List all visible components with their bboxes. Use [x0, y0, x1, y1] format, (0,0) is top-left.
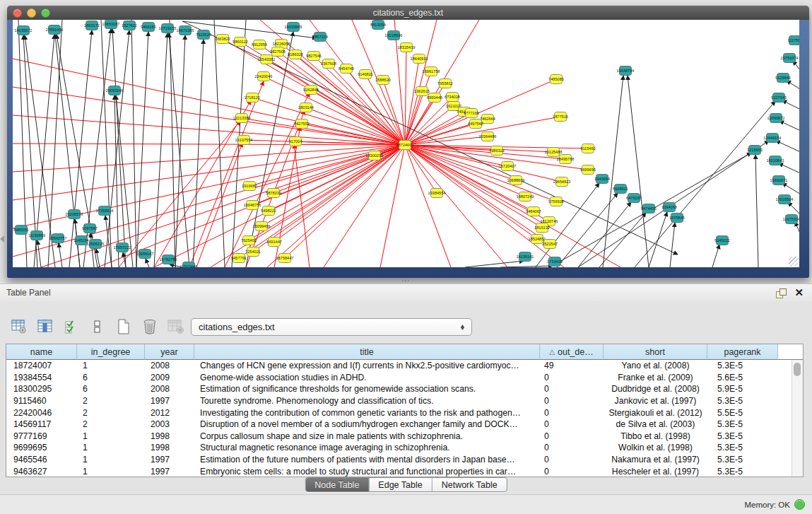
graph-node[interactable]: 19654923 [553, 177, 571, 187]
graph-node[interactable]: 20364486 [479, 132, 497, 141]
graph-node[interactable]: 8938921 [613, 185, 628, 194]
graph-node[interactable]: 10688609 [507, 176, 525, 185]
graph-node[interactable]: 16758447 [276, 254, 294, 263]
graph-node[interactable]: 6497568 [468, 119, 483, 129]
table-row[interactable]: 1456911722003Disruption of a novel membe… [6, 419, 803, 431]
graph-node[interactable]: 19384554 [428, 189, 446, 198]
table-mode-icon[interactable] [10, 317, 28, 336]
graph-node[interactable]: 12942757 [49, 234, 67, 243]
table-scrollbar-thumb[interactable] [794, 363, 801, 376]
graph-node[interactable]: 27691406 [46, 25, 64, 35]
graph-node[interactable]: 9227343 [771, 93, 787, 103]
column-header-in_degree[interactable]: in_degree [77, 344, 145, 360]
graph-node[interactable]: 917004 [289, 137, 302, 146]
graph-node[interactable]: 2718120 [245, 93, 260, 103]
graph-node[interactable]: 2803144 [298, 103, 314, 112]
close-window-button[interactable] [13, 8, 22, 18]
graph-node[interactable]: 13505135 [87, 240, 105, 249]
graph-node[interactable]: 16543382 [258, 55, 276, 64]
graph-node[interactable]: 15692971 [770, 176, 788, 185]
splitter-handle-icon[interactable] [401, 279, 410, 283]
graph-node[interactable]: 20053346 [106, 86, 124, 95]
horizontal-splitter[interactable] [0, 278, 812, 284]
graph-node[interactable]: 16033809 [285, 23, 302, 32]
graph-node[interactable]: 7955812 [437, 79, 453, 88]
float-panel-icon[interactable] [776, 288, 786, 298]
graph-node[interactable]: 1877516 [553, 112, 568, 122]
graph-node[interactable]: 8454749 [339, 64, 354, 74]
graph-node[interactable]: 8813054 [370, 21, 386, 30]
graph-node[interactable]: 17957222 [114, 243, 131, 252]
graph-node[interactable]: 9115460 [580, 144, 595, 153]
graph-node[interactable]: 5498222 [261, 206, 276, 216]
graph-node[interactable]: 12444154 [764, 134, 782, 143]
graph-node[interactable]: 9466160 [141, 23, 156, 32]
graph-node[interactable]: 17016504 [776, 195, 794, 204]
graph-node[interactable]: 1916682 [242, 182, 257, 191]
graph-node[interactable]: 9699695 [580, 165, 596, 175]
graph-node[interactable]: 9484067 [526, 207, 541, 216]
graph-node[interactable]: 14136141 [517, 252, 534, 262]
graph-node[interactable]: 18300295 [366, 151, 384, 160]
graph-node[interactable]: 20206576 [66, 210, 83, 219]
graph-node[interactable]: 3215953 [747, 146, 763, 155]
table-row[interactable]: 946362711997Embryonic stem cells: a mode… [6, 465, 803, 477]
graph-node[interactable]: 18724007 [396, 141, 414, 150]
graph-node[interactable]: 14035572 [15, 26, 33, 35]
tab-network-table[interactable]: Network Table [433, 478, 507, 491]
graph-node[interactable]: 12093872 [767, 114, 785, 123]
table-row[interactable]: 1830029562008Estimation of significance … [6, 383, 803, 395]
graph-node[interactable]: 1117509 [788, 36, 799, 45]
graph-node[interactable]: 7515526 [196, 30, 211, 40]
graph-node[interactable]: 7857224 [312, 33, 328, 42]
table-selector-dropdown[interactable]: citations_edges.txt ▲▼ [191, 318, 472, 336]
graph-node[interactable]: 9777169 [464, 109, 479, 118]
graph-node[interactable]: 9129946 [775, 74, 791, 83]
graph-node[interactable]: 9756928 [548, 197, 564, 206]
graph-node[interactable]: 16648794 [617, 66, 635, 76]
graph-node[interactable]: 2693172 [84, 21, 100, 30]
column-header-name[interactable]: name [6, 344, 77, 360]
table-row[interactable]: 2242004622012Investigating the contribut… [6, 407, 803, 419]
column-header-year[interactable]: year [145, 344, 194, 360]
graph-node[interactable]: 15720407 [499, 162, 517, 171]
hide-panel-arrow-icon[interactable] [0, 235, 4, 243]
graph-node[interactable]: 7254021 [245, 247, 261, 257]
table-row[interactable]: 1938455462009Genome-wide association stu… [6, 372, 803, 384]
graph-node[interactable]: 9242848 [303, 86, 319, 95]
new-document-icon[interactable] [114, 317, 133, 336]
column-header-title[interactable]: title [194, 344, 540, 360]
graph-node[interactable]: 22420046 [255, 72, 273, 81]
show-column-icon[interactable] [36, 317, 54, 336]
graph-node[interactable]: 6479197 [626, 194, 642, 203]
close-panel-icon[interactable]: ✕ [794, 288, 804, 298]
minimize-window-button[interactable] [27, 8, 36, 18]
tab-node-table[interactable]: Node Table [305, 478, 369, 491]
graph-node[interactable]: 16099489 [253, 222, 271, 231]
graph-node[interactable]: 1675845 [669, 214, 685, 223]
graph-node[interactable]: 10958167 [136, 250, 154, 259]
graph-node[interactable]: 18807249 [517, 192, 534, 201]
zoom-window-button[interactable] [41, 8, 50, 18]
column-header-short[interactable]: short [604, 344, 707, 360]
graph-node[interactable]: 9457791 [231, 254, 247, 263]
graph-node[interactable]: 1640954 [594, 175, 610, 184]
graph-node[interactable]: 1815132 [534, 223, 550, 233]
graph-node[interactable]: 12923446 [180, 262, 198, 268]
tab-edge-table[interactable]: Edge Table [369, 478, 432, 491]
graph-node[interactable]: 16782759 [160, 255, 177, 264]
trash-icon[interactable] [141, 317, 159, 336]
graph-node[interactable]: 9245022 [714, 236, 730, 245]
graph-node[interactable]: 9146821 [358, 70, 373, 79]
graph-node[interactable]: 12213389 [233, 114, 251, 123]
graph-node[interactable]: 8912954 [252, 40, 267, 49]
graph-node[interactable]: 9474435 [641, 204, 657, 214]
graph-node[interactable]: 28495788 [557, 155, 575, 164]
graph-node[interactable]: 9827508 [270, 47, 286, 57]
graph-node[interactable]: 16961758 [423, 67, 440, 76]
graph-node[interactable]: 10653287 [102, 20, 120, 29]
graph-node[interactable]: 7663822 [215, 35, 230, 44]
column-header-out_degree[interactable]: △out_de… [540, 344, 604, 360]
graph-node[interactable]: 11675334 [783, 215, 799, 224]
window-resize-grip[interactable] [789, 257, 799, 267]
